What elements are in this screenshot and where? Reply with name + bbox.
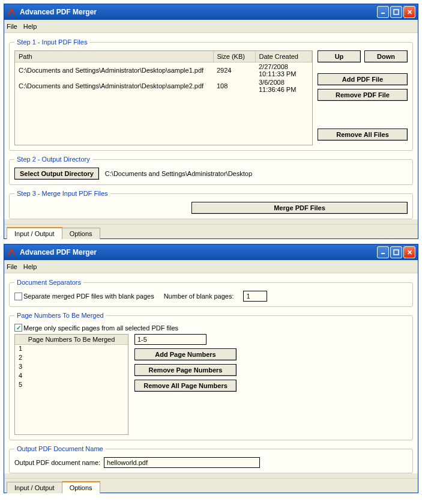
merge-specific-checkbox-label[interactable]: ✓ Merge only specific pages from all sel… [14,324,178,332]
window-title: Advanced PDF Merger [20,8,97,16]
add-page-numbers-button[interactable]: Add Page Numbers [134,348,237,360]
remove-pdf-button[interactable]: Remove PDF File [318,89,408,101]
minimize-button[interactable] [377,246,389,258]
svg-rect-3 [394,250,399,255]
table-row[interactable]: C:\Documents and Settings\Administrator\… [15,78,312,94]
tabstrip: Input / Output Options [4,478,418,493]
merge-button[interactable]: Merge PDF Files [191,202,408,214]
list-item[interactable]: 4 [15,372,128,381]
menu-file[interactable]: File [7,263,17,270]
down-button[interactable]: Down [364,50,408,62]
page-range-input[interactable] [134,334,206,345]
menu-help[interactable]: Help [23,23,37,30]
remove-all-page-numbers-button[interactable]: Remove All Page Numbers [134,380,237,392]
select-output-dir-button[interactable]: Select Output Directory [14,168,99,180]
group-step3-legend: Step 3 - Merge Input PDF Files [14,190,110,197]
list-item[interactable]: 5 [15,381,128,390]
tabstrip: Input / Output Options [4,224,418,238]
menubar: File Help [4,260,418,273]
file-table[interactable]: Path Size (KB) Date Created C:\Documents… [14,50,313,145]
output-name-input[interactable] [104,457,260,468]
menubar: File Help [4,20,418,33]
add-pdf-button[interactable]: Add PDF File [318,73,408,85]
page-numbers-list-header: Page Numbers To Be Merged [15,335,128,345]
tab-input-output[interactable]: Input / Output [7,482,62,493]
tab-input-output[interactable]: Input / Output [7,227,62,239]
close-button[interactable]: ✕ [403,246,415,258]
minimize-button[interactable] [377,6,389,18]
col-date[interactable]: Date Created [255,51,312,62]
group-step1: Step 1 - Input PDF Files Path Size (KB) … [9,38,413,151]
menu-help[interactable]: Help [23,263,37,270]
col-path[interactable]: Path [15,51,213,62]
menu-file[interactable]: File [7,23,17,30]
group-page-numbers-legend: Page Numbers To Be Merged [14,312,106,319]
group-step2-legend: Step 2 - Output Directory [14,156,92,163]
output-dir-label: C:\Documents and Settings\Administrator\… [105,170,252,177]
output-name-label: Output PDF document name: [14,459,100,466]
maximize-button[interactable] [390,246,402,258]
tab-options[interactable]: Options [62,228,100,239]
col-size[interactable]: Size (KB) [213,51,255,62]
svg-rect-1 [394,10,399,14]
table-row[interactable]: C:\Documents and Settings\Administrator\… [15,62,312,78]
num-blank-input[interactable] [243,291,267,302]
list-item[interactable]: 2 [15,354,128,363]
app-icon [7,7,16,17]
group-page-numbers: Page Numbers To Be Merged ✓ Merge only s… [9,312,413,440]
app-icon [7,247,16,257]
titlebar: Advanced PDF Merger ✕ [4,4,418,20]
group-separators: Document Separators Separate merged PDF … [9,279,413,307]
list-item[interactable]: 3 [15,363,128,372]
page-numbers-list[interactable]: Page Numbers To Be Merged 1 2 3 4 5 [14,334,128,435]
maximize-button[interactable] [390,6,402,18]
remove-page-numbers-button[interactable]: Remove Page Numbers [134,364,237,376]
up-button[interactable]: Up [318,50,361,62]
group-step3: Step 3 - Merge Input PDF Files Merge PDF… [9,190,413,219]
list-item[interactable]: 1 [15,345,128,354]
separate-checkbox[interactable] [14,293,22,300]
group-output-name: Output PDF Document Name Output PDF docu… [9,445,413,473]
remove-all-button[interactable]: Remove All Files [318,129,408,141]
tab-options[interactable]: Options [62,481,100,493]
window-title: Advanced PDF Merger [20,248,97,257]
window-options: Advanced PDF Merger ✕ File Help Document… [4,244,418,493]
group-step2: Step 2 - Output Directory Select Output … [9,156,413,185]
titlebar: Advanced PDF Merger ✕ [4,244,418,260]
group-output-name-legend: Output PDF Document Name [14,445,106,452]
group-step1-legend: Step 1 - Input PDF Files [14,38,89,46]
num-blank-label: Number of blank pages: [164,293,234,300]
close-button[interactable]: ✕ [403,6,415,18]
separate-checkbox-label[interactable]: Separate merged PDF files with blank pag… [14,293,154,300]
group-separators-legend: Document Separators [14,279,83,286]
merge-specific-checkbox[interactable]: ✓ [14,324,22,332]
window-input-output: Advanced PDF Merger ✕ File Help Step 1 -… [4,4,418,239]
